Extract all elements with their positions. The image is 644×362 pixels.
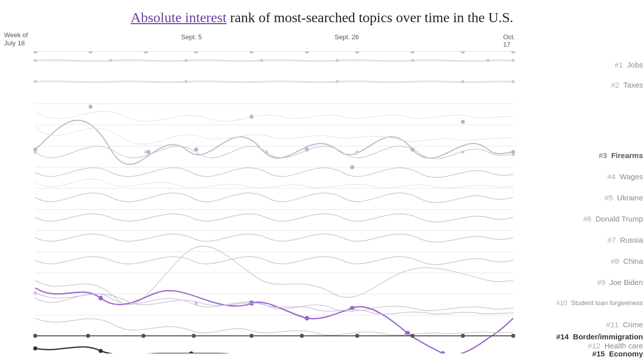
svg-point-56 [305, 316, 309, 320]
biden-label: Joe Biden [609, 278, 643, 286]
svg-point-48 [34, 151, 37, 154]
crime-label: Crime [623, 320, 643, 329]
firearms-label: Firearms [611, 151, 643, 160]
taxes-label: Taxes [623, 81, 643, 89]
title: Absolute interest rank of most-searched … [0, 0, 644, 31]
svg-point-54 [99, 296, 103, 300]
china-label: China [623, 257, 643, 265]
label-economy-bottom: #15 Economy [592, 349, 643, 358]
svg-point-53 [512, 153, 515, 156]
svg-point-23 [461, 51, 465, 53]
svg-point-32 [512, 59, 515, 62]
label-wages: #4 Wages [607, 172, 643, 181]
jobs-label: Jobs [627, 60, 643, 69]
label-crime: #11 Crime [606, 320, 643, 329]
svg-point-52 [461, 151, 464, 154]
wages-label: Wages [620, 172, 643, 181]
border-immigration-text: Border/immigration [571, 332, 643, 341]
svg-point-49 [144, 151, 147, 154]
svg-point-19 [250, 51, 254, 53]
ukraine-label: Ukraine [617, 193, 643, 202]
svg-point-34 [185, 80, 188, 83]
svg-point-51 [356, 151, 359, 154]
svg-point-17 [144, 51, 148, 53]
svg-point-50 [265, 151, 268, 154]
svg-point-29 [336, 59, 339, 62]
svg-point-39 [89, 105, 93, 109]
svg-point-22 [411, 51, 415, 53]
timeline-label-oct17: Oct. 17 [503, 33, 518, 48]
svg-point-30 [411, 59, 414, 62]
svg-point-62 [141, 334, 145, 338]
svg-point-25 [34, 59, 37, 62]
svg-point-36 [461, 80, 464, 83]
label-ukraine: #5 Ukraine [604, 193, 643, 202]
student-loan-label: Student loan forgiveness [571, 299, 643, 307]
svg-point-31 [487, 59, 490, 62]
svg-point-63 [192, 334, 196, 338]
svg-point-65 [300, 334, 304, 338]
svg-point-66 [355, 334, 359, 338]
label-firearms: #3 Firearms [599, 151, 643, 160]
title-underlined: Absolute interest [131, 10, 227, 25]
chart-svg [0, 51, 518, 353]
label-jobs: #1 Jobs [614, 60, 643, 69]
svg-point-44 [350, 165, 354, 169]
svg-point-16 [89, 51, 93, 53]
label-taxes: #2 Taxes [611, 81, 643, 89]
label-student-loan: #10 Student loan forgiveness [556, 299, 643, 307]
svg-point-71 [99, 349, 103, 353]
svg-point-18 [194, 51, 198, 53]
labels-panel: #1 Jobs #2 Taxes #3 Firearms #4 Wages #5… [518, 51, 644, 353]
svg-point-72 [189, 351, 193, 353]
label-china: #8 China [611, 257, 643, 265]
label-border-immigration: #14 Border/immigration [556, 332, 643, 341]
svg-point-59 [441, 351, 445, 353]
economy-text: Economy [607, 349, 643, 358]
label-healthcare: #12 Health care [588, 341, 643, 350]
timeline-label-sept5: Sept. 5 [181, 33, 202, 41]
svg-point-37 [512, 80, 515, 83]
svg-point-28 [260, 59, 263, 62]
svg-point-46 [461, 120, 465, 124]
svg-point-70 [33, 346, 37, 350]
svg-point-76 [195, 301, 198, 305]
svg-point-20 [305, 51, 309, 53]
svg-point-64 [250, 334, 254, 338]
svg-point-35 [336, 80, 339, 83]
title-rest: rank of most-searched topics over time i… [226, 10, 513, 25]
healthcare-label: Health care [604, 341, 643, 350]
timeline-area: Week ofJuly 18 Sept. 5 Sept. 26 Oct. 17 [0, 31, 518, 51]
svg-point-75 [34, 291, 37, 295]
svg-point-26 [109, 59, 112, 62]
trump-label: Donald Trump [596, 214, 643, 223]
svg-point-21 [355, 51, 359, 53]
svg-point-33 [34, 80, 37, 83]
label-trump: #6 Donald Trump [583, 214, 643, 223]
svg-point-27 [185, 59, 188, 62]
chart-container: Week ofJuly 18 Sept. 5 Sept. 26 Oct. 17 [0, 31, 644, 353]
label-russia: #7 Russia [607, 236, 643, 244]
label-biden: #9 Joe Biden [597, 278, 643, 286]
svg-point-68 [461, 334, 465, 338]
svg-point-69 [511, 334, 515, 338]
timeline-label-sept26: Sept. 26 [335, 33, 359, 41]
svg-point-24 [511, 51, 515, 53]
svg-point-15 [33, 51, 37, 53]
svg-point-60 [33, 334, 37, 338]
svg-point-61 [86, 334, 90, 338]
timeline-label-july18: Week ofJuly 18 [4, 31, 28, 48]
svg-point-67 [411, 334, 415, 338]
russia-label: Russia [620, 236, 643, 244]
